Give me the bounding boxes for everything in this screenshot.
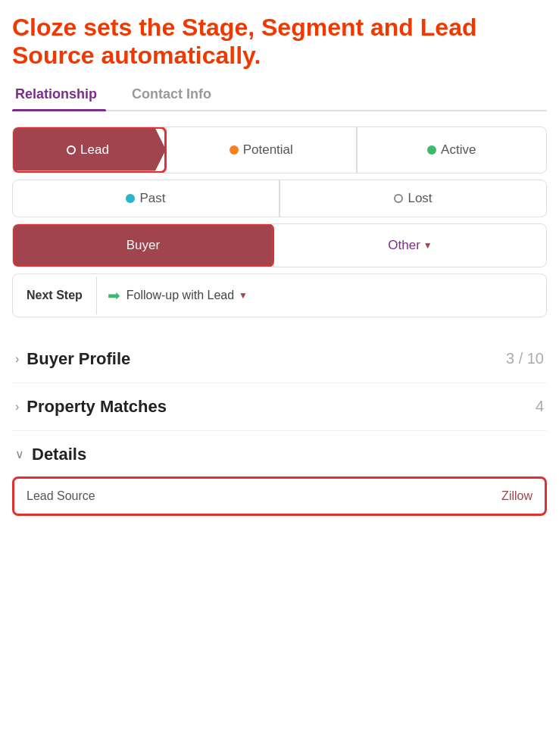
stage-label-lost: Lost — [408, 191, 432, 206]
details-header[interactable]: ∨ Details — [12, 431, 547, 473]
lead-source-box[interactable]: Lead Source Zillow — [12, 476, 547, 516]
property-matches-section[interactable]: › Property Matches 4 — [12, 383, 547, 431]
stage-label-past: Past — [139, 191, 165, 206]
segment-label-other: Other — [388, 238, 420, 253]
next-step-value[interactable]: ➡ Follow-up with Lead ▼ — [97, 274, 546, 317]
buyer-profile-chevron-icon: › — [15, 352, 19, 366]
past-dot — [126, 194, 135, 203]
tabs-row: Relationship Contact Info — [12, 83, 547, 111]
stage-cell-active[interactable]: Active — [357, 127, 547, 173]
buyer-profile-section[interactable]: › Buyer Profile 3 / 10 — [12, 336, 547, 383]
property-matches-title: Property Matches — [27, 397, 536, 417]
property-matches-count: 4 — [536, 398, 544, 415]
stage-cell-lead[interactable]: Lead — [14, 129, 166, 171]
segment-label-buyer: Buyer — [126, 238, 160, 253]
details-title: Details — [32, 445, 86, 464]
lead-dot — [67, 145, 76, 155]
details-chevron-icon: ∨ — [15, 447, 24, 461]
headline: Cloze sets the Stage, Segment and Lead S… — [12, 14, 547, 70]
potential-dot — [230, 145, 239, 155]
segment-cell-buyer[interactable]: Buyer — [14, 226, 272, 265]
stage-cell-potential[interactable]: Potential — [166, 127, 357, 173]
next-step-label: Next Step — [13, 276, 97, 314]
next-step-row: Next Step ➡ Follow-up with Lead ▼ — [12, 273, 547, 317]
active-dot — [427, 145, 436, 155]
tab-relationship[interactable]: Relationship — [12, 83, 106, 110]
lead-source-value: Zillow — [501, 489, 532, 503]
lost-dot — [394, 194, 403, 203]
stage-label-lead: Lead — [80, 142, 109, 158]
buyer-profile-title: Buyer Profile — [27, 349, 506, 369]
follow-up-text: Follow-up with Lead — [126, 289, 234, 302]
property-matches-chevron-icon: › — [15, 400, 19, 414]
stage-cell-lost[interactable]: Lost — [280, 180, 546, 217]
lead-source-label: Lead Source — [27, 489, 501, 503]
next-step-dropdown-arrow: ▼ — [239, 290, 248, 301]
stage-label-potential: Potential — [243, 142, 293, 158]
tab-contact-info[interactable]: Contact Info — [129, 83, 220, 110]
stage-label-active: Active — [441, 142, 476, 158]
stage-cell-past[interactable]: Past — [13, 180, 280, 217]
buyer-profile-count: 3 / 10 — [506, 350, 544, 367]
other-dropdown-arrow: ▼ — [423, 240, 433, 251]
follow-up-arrow-icon: ➡ — [108, 286, 120, 305]
segment-cell-other[interactable]: Other ▼ — [273, 224, 546, 267]
